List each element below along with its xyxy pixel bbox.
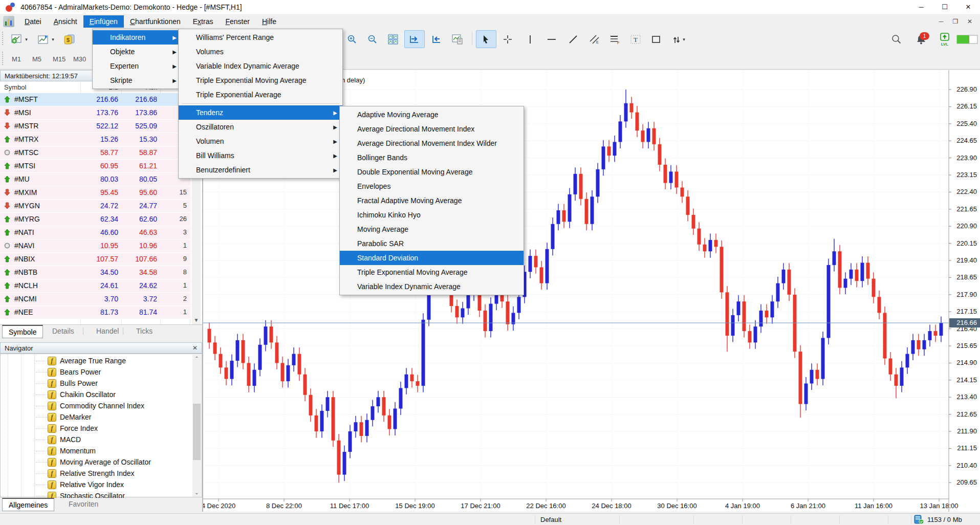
lvl-button[interactable]: LVL [934, 30, 955, 48]
zoom-in-button[interactable] [342, 30, 362, 48]
cursor-button[interactable] [476, 30, 496, 48]
navigator-scrollbar[interactable]: ⌃ ⌄ [192, 355, 201, 497]
col-symbol[interactable]: Symbol [4, 83, 26, 91]
scroll-down-icon[interactable]: ▼ [192, 316, 201, 324]
menu-item-benutzerdefiniert[interactable]: Benutzerdefiniert▶ [179, 163, 342, 177]
timeframe-m5[interactable]: M5 [28, 53, 46, 65]
market-watch-row-mu[interactable]: #MU80.0380.05 [0, 173, 190, 186]
horizontal-line-button[interactable] [541, 30, 562, 48]
menu-item-triple-exponential-average[interactable]: Triple Exponential Average [179, 88, 342, 102]
menu-item-triple-exponential-moving-average[interactable]: Triple Exponential Moving Average [179, 73, 342, 88]
child-close-button[interactable]: ✕ [963, 18, 977, 25]
tab-favoriten[interactable]: Favoriten [62, 498, 104, 510]
menu-item-objekte[interactable]: Objekte▶ [93, 45, 182, 59]
market-watch-row-nbtb[interactable]: #NBTB34.5034.588 [0, 266, 190, 279]
tab-handel[interactable]: Handel [90, 325, 125, 337]
menu-item-bollinger-bands[interactable]: Bollinger Bands [340, 150, 524, 165]
menu-item-triple-exponential-moving-average[interactable]: Triple Exponential Moving Average [340, 265, 524, 279]
market-watch-row-mygn[interactable]: #MYGN24.7224.775 [0, 200, 190, 213]
navigator-item-force-index[interactable]: fForce Index [1, 423, 202, 434]
navigator-item-bears-power[interactable]: fBears Power [1, 366, 202, 378]
market-watch-row-msft[interactable]: #MSFT216.66216.68 [0, 93, 190, 106]
menu-fenster[interactable]: Fenster [219, 15, 255, 28]
menu-item-indikatoren[interactable]: Indikatoren▶ [93, 30, 182, 45]
zoom-out-button[interactable] [362, 30, 383, 48]
scroll-down-icon[interactable]: ⌄ [192, 489, 201, 497]
market-watch-row-nati[interactable]: #NATI46.6046.633 [0, 226, 190, 239]
chart-shift-button[interactable] [426, 30, 446, 48]
arrows-button[interactable]: ▾ [665, 30, 692, 48]
minimize-button[interactable]: ─ [909, 0, 933, 14]
market-watch-row-navi[interactable]: #NAVI10.9510.961 [0, 239, 190, 253]
menu-datei[interactable]: Datei [18, 15, 48, 28]
menu-item-skripte[interactable]: Skripte▶ [93, 73, 182, 88]
navigator-item-demarker[interactable]: fDeMarker [1, 411, 202, 423]
market-watch-row-mstr[interactable]: #MSTR522.12525.092 [0, 120, 190, 133]
market-watch-row-myrg[interactable]: #MYRG62.3462.6026 [0, 213, 190, 226]
menu-item-variable-index-dynamic-average[interactable]: Variable Index Dynamic Average [340, 279, 524, 294]
menu-item-ichimoku-kinko-hyo[interactable]: Ichimoku Kinko Hyo [340, 208, 524, 222]
menu-item-volumes[interactable]: Volumes [179, 45, 342, 59]
menu-hilfe[interactable]: Hilfe [256, 15, 282, 28]
menu-item-average-directional-movement-index[interactable]: Average Directional Movement Index [340, 122, 524, 136]
maximize-button[interactable]: ☐ [933, 0, 956, 14]
menu-chartfunktionen[interactable]: Chartfunktionen [124, 15, 187, 28]
toolbar-grip[interactable] [2, 52, 5, 65]
navigator-item-chaikin-oscillator[interactable]: fChaikin Oscillator [1, 389, 202, 400]
menu-item-tendenz[interactable]: Tendenz▶ [179, 105, 342, 120]
new-order-button[interactable]: $ [59, 30, 80, 48]
timeframe-m1[interactable]: M1 [7, 53, 26, 65]
menu-item-experten[interactable]: Experten▶ [93, 59, 182, 73]
close-button[interactable]: ✕ [956, 0, 980, 14]
navigator-item-average-true-range[interactable]: fAverage True Range [1, 355, 202, 366]
market-watch-row-nclh[interactable]: #NCLH24.6124.621 [0, 279, 190, 293]
scroll-up-icon[interactable]: ⌃ [192, 355, 201, 363]
menu-item-fractal-adaptive-moving-average[interactable]: Fractal Adaptive Moving Average [340, 193, 524, 208]
menu-item-adaptive-moving-average[interactable]: Adaptive Moving Average [340, 107, 524, 122]
market-watch-row-mtrx[interactable]: #MTRX15.2615.30 [0, 133, 190, 146]
navigator-close-icon[interactable]: ✕ [192, 344, 198, 352]
notifications-button[interactable]: 1 [911, 30, 931, 48]
scrollbar-thumb[interactable] [193, 404, 201, 460]
child-restore-button[interactable]: ❐ [948, 18, 963, 25]
navigator-item-relative-vigor-index[interactable]: fRelative Vigor Index [1, 479, 202, 490]
navigator-item-relative-strength-index[interactable]: fRelative Strength Index [1, 468, 202, 479]
menu-item-double-exponential-moving-average[interactable]: Double Exponential Moving Average [340, 165, 524, 179]
navigator-item-bulls-power[interactable]: fBulls Power [1, 378, 202, 389]
menu-item-average-directional-movement-index-wilder[interactable]: Average Directional Movement Index Wilde… [340, 136, 524, 150]
menu-item-volumen[interactable]: Volumen▶ [179, 134, 342, 148]
market-watch-row-mtsi[interactable]: #MTSI60.9561.21 [0, 160, 190, 173]
timeframe-m15[interactable]: M15 [48, 53, 70, 65]
toolbar-grip[interactable] [2, 32, 5, 45]
menu-item-standard-deviation[interactable]: Standard Deviation [340, 251, 524, 265]
navigator-item-commodity-channel-index[interactable]: fCommodity Channel Index [1, 400, 202, 411]
tab-allgemeines[interactable]: Allgemeines [2, 498, 54, 511]
market-watch-row-msi[interactable]: #MSI173.76173.86 [0, 106, 190, 120]
profiles-button[interactable]: ▾ [33, 30, 59, 48]
menu-item-moving-average[interactable]: Moving Average [340, 222, 524, 236]
market-watch-row-mxim[interactable]: #MXIM95.4595.6015 [0, 186, 190, 200]
menu-extras[interactable]: Extras [187, 15, 220, 28]
text-button[interactable]: T [625, 30, 646, 48]
menu-item-oszillatoren[interactable]: Oszillatoren▶ [179, 120, 342, 134]
market-watch-row-nbix[interactable]: #NBIX107.57107.669 [0, 253, 190, 266]
market-watch-row-ncmi[interactable]: #NCMI3.703.722 [0, 293, 190, 306]
fibonacci-button[interactable]: F [605, 30, 625, 48]
vertical-line-button[interactable] [520, 30, 540, 48]
tab-symbole[interactable]: Symbole [2, 325, 43, 338]
trendline-button[interactable] [563, 30, 583, 48]
auto-scroll-button[interactable] [404, 30, 425, 48]
navigator-item-moving-average-of-oscillator[interactable]: fMoving Average of Oscillator [1, 456, 202, 468]
timeframe-m30[interactable]: M30 [69, 53, 91, 65]
menu-item-variable-index-dynamic-average[interactable]: Variable Index Dynamic Average [179, 59, 342, 73]
data-window-button[interactable] [447, 30, 468, 48]
profile-selector[interactable]: Default [540, 516, 561, 523]
market-watch-row-nee[interactable]: #NEE81.7381.741 [0, 306, 190, 319]
tab-ticks[interactable]: Ticks [130, 325, 159, 337]
rectangle-button[interactable] [646, 30, 666, 48]
tile-windows-button[interactable] [383, 30, 403, 48]
menu-item-williams-percent-range[interactable]: Williams' Percent Range [179, 30, 342, 45]
navigator-header[interactable]: Navigator ✕ [0, 342, 202, 354]
menu-item-bill-williams[interactable]: Bill Williams▶ [179, 148, 342, 163]
menu-item-envelopes[interactable]: Envelopes [340, 179, 524, 193]
